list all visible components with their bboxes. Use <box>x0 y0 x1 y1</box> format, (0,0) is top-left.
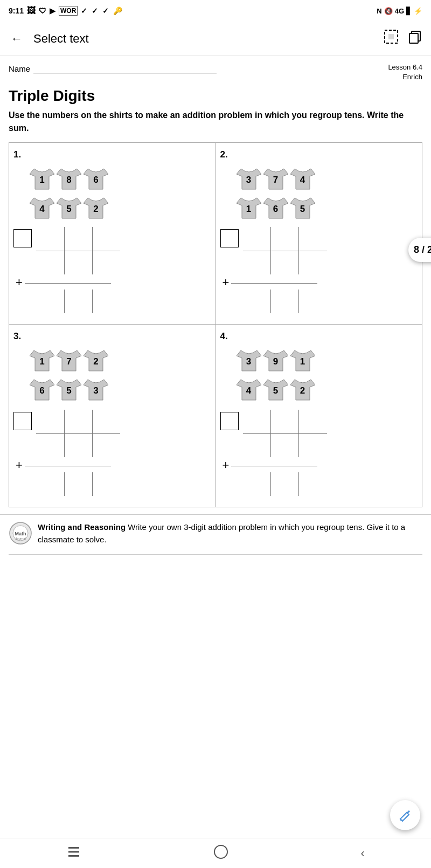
problem-1-number: 1. <box>13 149 210 160</box>
cell <box>36 410 64 433</box>
cell <box>299 290 327 313</box>
problem-4: 4. 3 9 <box>216 325 422 507</box>
cell <box>36 433 64 457</box>
cell <box>92 290 120 313</box>
key-icon: 🔑 <box>113 6 122 15</box>
shirt-p4-4: 4 <box>237 375 261 402</box>
nav-back-button[interactable]: ‹ <box>361 846 365 860</box>
answer-box-2[interactable] <box>220 229 239 247</box>
bottom-navigation: ‹ <box>0 838 431 868</box>
problems-container: 1. 1 8 <box>9 142 422 507</box>
cell <box>271 290 299 313</box>
answer-box-3[interactable] <box>13 412 32 430</box>
shield-icon: 🛡 <box>39 6 46 15</box>
play-icon: ▶ <box>50 6 55 15</box>
signal-icon: ▋ <box>406 7 412 15</box>
home-circle-icon <box>214 845 228 859</box>
network-icon: 4G <box>395 7 404 15</box>
cell <box>299 472 327 496</box>
back-button[interactable]: ← <box>9 30 25 48</box>
problem-2-shirts-row2: 1 6 5 <box>237 194 417 221</box>
cell <box>243 410 271 433</box>
nav-menu-button[interactable] <box>66 846 81 861</box>
plus-line-4: + <box>223 458 417 472</box>
shirt-number: 2 <box>93 204 98 215</box>
answer-box-4[interactable] <box>220 412 239 430</box>
shirt-p3-2: 7 <box>57 346 81 373</box>
problem-2-addition: 8 / 20 ▲ ▼ <box>220 227 417 274</box>
main-content: Name Lesson 6.4 Enrich Triple Digits Use… <box>0 56 431 514</box>
cell <box>36 251 64 274</box>
shirt-number: 1 <box>39 356 44 367</box>
sum-line-3 <box>16 472 210 496</box>
problem-3-shirts-row1: 1 7 2 <box>30 346 210 373</box>
addition-table-4 <box>243 410 327 457</box>
svg-text:Journal: Journal <box>15 537 26 540</box>
lesson-type: Enrich <box>388 72 422 82</box>
cell <box>271 251 299 274</box>
lesson-info: Lesson 6.4 Enrich <box>388 63 422 82</box>
cell <box>64 433 92 457</box>
sum-line-1 <box>16 290 210 313</box>
shirt-p3-5: 5 <box>57 375 81 402</box>
shirt-number: 6 <box>93 175 98 185</box>
shirt-1-1: 1 <box>30 164 54 191</box>
nfc-icon: N <box>377 7 381 15</box>
svg-point-12 <box>214 845 227 858</box>
problem-2-shirts-row1: 3 7 4 <box>237 164 417 191</box>
shirt-p2-4: 1 <box>237 194 261 221</box>
problem-1-shirts-row2: 4 5 2 <box>30 194 210 221</box>
shirt-p2-6: 5 <box>290 194 315 221</box>
cell <box>243 472 271 496</box>
sum-line-4 <box>223 472 417 496</box>
problem-4-shirts-row2: 4 5 2 <box>237 375 417 402</box>
shirt-2-2: 5 <box>57 194 81 221</box>
sum-line-2 <box>223 290 417 313</box>
writing-reasoning-text: Writing and Reasoning Write your own 3-d… <box>38 521 422 546</box>
cell <box>271 227 299 251</box>
copy-icon <box>407 29 422 44</box>
cell <box>299 433 327 457</box>
cell <box>299 251 327 274</box>
answer-box-1[interactable] <box>13 229 32 247</box>
cell <box>64 227 92 251</box>
problem-1-addition <box>13 227 210 274</box>
edit-fab[interactable] <box>390 800 420 830</box>
shirt-number: 5 <box>273 385 278 396</box>
shirt-1-3: 6 <box>84 164 108 191</box>
shirt-number: 3 <box>93 385 98 396</box>
status-time: 9:11 🖼 🛡 ▶ WOR ✓ ✓ ✓ 🔑 <box>9 6 122 16</box>
hamburger-icon <box>66 846 81 858</box>
svg-rect-11 <box>68 855 79 857</box>
answer-box-wrapper-3 <box>13 410 34 430</box>
shirt-2-3: 2 <box>84 194 108 221</box>
select-region-button[interactable] <box>384 29 399 48</box>
addition-table-1 <box>36 227 120 274</box>
shirt-number: 4 <box>39 204 44 215</box>
answer-box-wrapper-4 <box>220 410 241 430</box>
problem-4-number: 4. <box>220 331 417 342</box>
problem-3: 3. 1 7 <box>9 325 216 507</box>
shirt-p4-5: 5 <box>263 375 288 402</box>
bottom-spacer <box>0 555 431 619</box>
shirt-number: 4 <box>300 175 305 185</box>
shirt-p2-1: 3 <box>237 164 261 191</box>
cell <box>64 472 92 496</box>
cell <box>92 472 120 496</box>
app-bar-actions <box>384 29 422 48</box>
shirt-number: 3 <box>246 175 251 185</box>
cell <box>271 433 299 457</box>
copy-button[interactable] <box>407 29 422 48</box>
plus-line-3: + <box>16 458 210 472</box>
page-title: Select text <box>33 32 89 46</box>
problems-row-2: 3. 1 7 <box>9 325 422 507</box>
problem-1-shirts-row1: 1 8 6 <box>30 164 210 191</box>
word-icon: WOR <box>59 6 78 16</box>
shirt-p4-6: 2 <box>290 375 315 402</box>
nav-home-button[interactable] <box>214 845 228 862</box>
cell <box>271 410 299 433</box>
answer-box-wrapper-2 <box>220 227 241 247</box>
sum-table-1 <box>36 290 120 313</box>
svg-rect-10 <box>68 851 79 852</box>
shirt-p2-3: 4 <box>290 164 315 191</box>
